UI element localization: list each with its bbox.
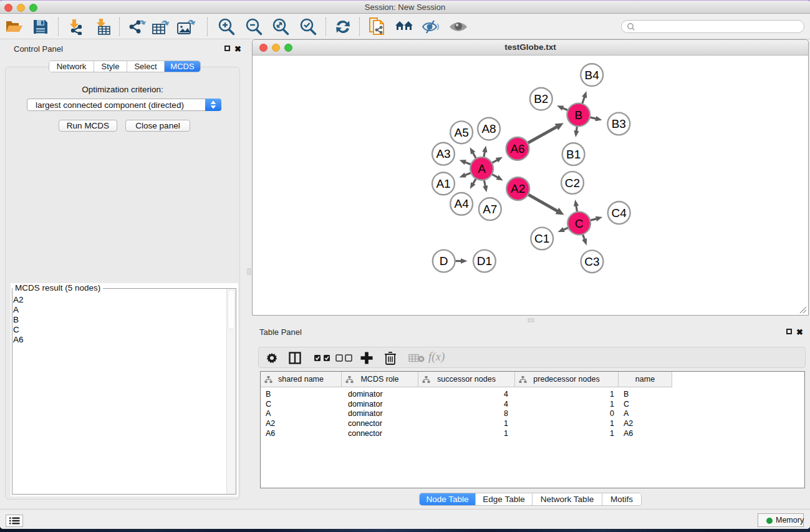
svg-text:B1: B1 [566,148,581,161]
svg-text:A2: A2 [511,182,525,195]
svg-text:B: B [574,109,582,122]
svg-text:A1: A1 [436,177,450,190]
svg-text:A4: A4 [454,197,469,210]
svg-text:C2: C2 [565,177,580,190]
svg-text:D: D [440,254,448,268]
svg-text:A8: A8 [481,122,496,135]
svg-text:B3: B3 [612,117,626,130]
svg-text:B4: B4 [585,69,600,82]
svg-text:A: A [478,162,486,175]
svg-text:C3: C3 [584,255,599,268]
svg-text:A5: A5 [454,126,468,139]
svg-text:B2: B2 [534,92,548,105]
svg-text:A6: A6 [510,142,524,155]
svg-text:C1: C1 [534,232,549,245]
svg-text:C4: C4 [612,206,627,220]
svg-text:A3: A3 [436,147,450,160]
svg-text:A7: A7 [483,203,497,216]
svg-text:D1: D1 [477,254,492,268]
svg-text:C: C [575,217,584,230]
